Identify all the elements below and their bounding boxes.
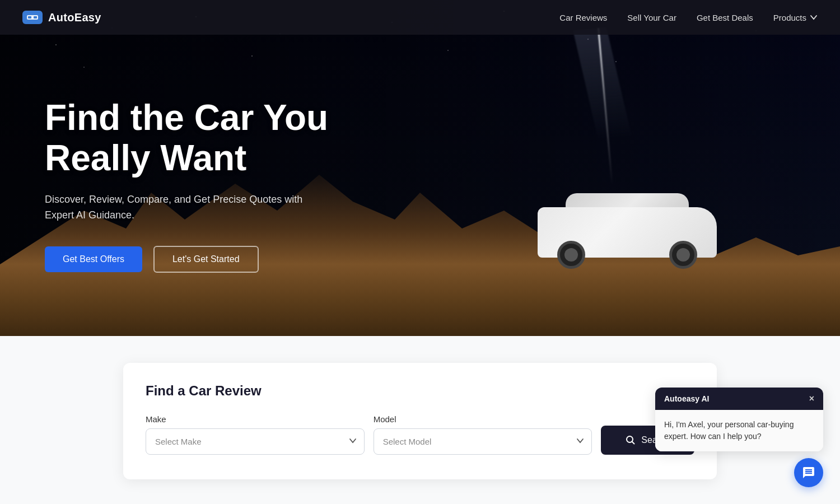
review-card-title: Find a Car Review [146,383,694,399]
hero-section: Find the Car You Really Want Discover, R… [0,0,840,336]
model-label: Model [374,414,592,424]
hero-buttons: Get Best Offers Let's Get Started [45,246,328,273]
logo[interactable]: AutoEasy [22,11,101,24]
lets-get-started-button[interactable]: Let's Get Started [153,246,259,273]
review-form: Make Select MakeToyotaHondaFordBMWMerced… [146,414,694,455]
navbar: AutoEasy Car Reviews Sell Your Car Get B… [0,0,840,35]
chat-fab-icon [802,466,815,479]
hero-light-beam [598,28,613,184]
hero-title-line2: Really Want [45,138,246,178]
hero-title: Find the Car You Really Want [45,98,328,178]
navbar-links: Car Reviews Sell Your Car Get Best Deals… [559,13,818,22]
hero-car [526,174,728,274]
get-best-offers-button[interactable]: Get Best Offers [45,246,142,272]
hero-title-line1: Find the Car You [45,97,328,138]
search-icon [626,435,636,445]
model-group: Model Select Model [374,414,592,455]
nav-sell-your-car[interactable]: Sell Your Car [627,13,676,22]
nav-products-label: Products [773,13,806,22]
review-card: Find a Car Review Make Select MakeToyota… [123,363,717,479]
model-select[interactable]: Select Model [374,428,592,455]
logo-icon [22,11,43,24]
make-group: Make Select MakeToyotaHondaFordBMWMerced… [146,414,365,455]
hero-subtitle: Discover, Review, Compare, and Get Preci… [45,192,325,223]
chat-bubble: Autoeasy AI × Hi, I'm Axel, your persona… [655,388,823,451]
make-select-wrapper: Select MakeToyotaHondaFordBMWMercedes-Be… [146,428,365,455]
make-label: Make [146,414,365,424]
chat-header: Autoeasy AI × [655,388,823,410]
svg-rect-1 [28,16,31,18]
chat-header-title: Autoeasy AI [664,394,709,403]
car-wheel-right [669,241,697,269]
chevron-down-icon [810,13,818,21]
nav-products-dropdown[interactable]: Products [773,13,818,22]
make-select[interactable]: Select MakeToyotaHondaFordBMWMercedes-Be… [146,428,365,455]
chat-body-text: Hi, I'm Axel, your personal car-buying e… [664,420,794,441]
brand-name: AutoEasy [48,11,101,24]
car-wheel-left [557,241,585,269]
hero-content: Find the Car You Really Want Discover, R… [0,63,328,272]
nav-car-reviews[interactable]: Car Reviews [559,13,607,22]
model-select-wrapper: Select Model [374,428,592,455]
chat-fab-button[interactable] [794,458,823,487]
chat-close-button[interactable]: × [809,394,814,403]
chat-body: Hi, I'm Axel, your personal car-buying e… [655,410,823,451]
svg-rect-2 [34,16,37,18]
chat-widget: Autoeasy AI × Hi, I'm Axel, your persona… [655,388,823,487]
nav-get-best-deals[interactable]: Get Best Deals [697,13,753,22]
